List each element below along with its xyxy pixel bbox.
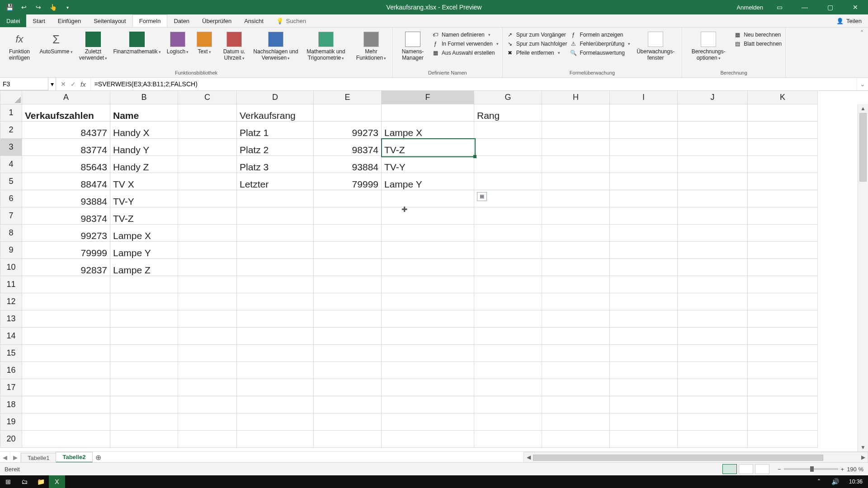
cell-D3[interactable]: Platz 2 xyxy=(237,139,314,156)
col-header-H[interactable]: H xyxy=(542,91,610,104)
cell-I19[interactable] xyxy=(610,413,678,431)
cell-J20[interactable] xyxy=(678,431,748,448)
cell-G8[interactable] xyxy=(474,225,542,242)
cell-C15[interactable] xyxy=(178,345,237,362)
cell-F19[interactable] xyxy=(382,413,474,431)
col-header-I[interactable]: I xyxy=(610,91,678,104)
watch-window-button[interactable]: Überwachungs-fenster xyxy=(633,29,678,61)
cell-H13[interactable] xyxy=(542,310,610,328)
col-header-E[interactable]: E xyxy=(314,91,382,104)
cell-D13[interactable] xyxy=(237,310,314,328)
cell-H6[interactable] xyxy=(542,190,610,207)
touch-mode-icon[interactable]: 👆 xyxy=(49,3,57,11)
eval-formula-button[interactable]: 🔍Formelauswertung xyxy=(570,49,630,56)
view-normal-button[interactable] xyxy=(722,464,737,474)
cell-F13[interactable] xyxy=(382,310,474,328)
use-in-formula-button[interactable]: ƒIn Formel verwenden▾ xyxy=(432,40,499,47)
cell-H20[interactable] xyxy=(542,431,610,448)
cell-E7[interactable] xyxy=(314,207,382,225)
cell-C18[interactable] xyxy=(178,396,237,413)
cell-E20[interactable] xyxy=(314,431,382,448)
cell-D5[interactable]: Letzter xyxy=(237,173,314,190)
cell-B9[interactable]: Lampe Y xyxy=(110,242,178,259)
calc-options-button[interactable]: Berechnungs-optionen▾ xyxy=(686,29,731,61)
cell-K20[interactable] xyxy=(748,431,818,448)
accept-formula-icon[interactable]: ✓ xyxy=(71,80,76,88)
cell-I3[interactable] xyxy=(610,139,678,156)
cell-A1[interactable]: Verkaufszahlen xyxy=(22,104,110,122)
cell-F15[interactable] xyxy=(382,345,474,362)
cell-A6[interactable]: 93884 xyxy=(22,190,110,207)
row-header-5[interactable]: 5 xyxy=(0,173,22,190)
redo-icon[interactable]: ↪ xyxy=(34,3,42,11)
cell-D15[interactable] xyxy=(237,345,314,362)
cell-F4[interactable]: TV-Y xyxy=(382,156,474,173)
cell-K1[interactable] xyxy=(748,104,818,122)
col-header-B[interactable]: B xyxy=(110,91,178,104)
cell-K6[interactable] xyxy=(748,190,818,207)
cell-H4[interactable] xyxy=(542,156,610,173)
cell-D20[interactable] xyxy=(237,431,314,448)
cell-H1[interactable] xyxy=(542,104,610,122)
cell-A16[interactable] xyxy=(22,362,110,379)
cell-A12[interactable] xyxy=(22,293,110,310)
cell-E5[interactable]: 79999 xyxy=(314,173,382,190)
cell-G16[interactable] xyxy=(474,362,542,379)
cell-C13[interactable] xyxy=(178,310,237,328)
row-header-8[interactable]: 8 xyxy=(0,225,22,242)
cell-C3[interactable] xyxy=(178,139,237,156)
scroll-thumb-vertical[interactable] xyxy=(859,113,867,182)
cell-D19[interactable] xyxy=(237,413,314,431)
cell-J1[interactable] xyxy=(678,104,748,122)
cell-D12[interactable] xyxy=(237,293,314,310)
row-header-7[interactable]: 7 xyxy=(0,207,22,225)
scroll-left-arrow[interactable]: ◀ xyxy=(524,454,533,460)
cell-I13[interactable] xyxy=(610,310,678,328)
cell-H7[interactable] xyxy=(542,207,610,225)
cell-K2[interactable] xyxy=(748,122,818,139)
cell-A13[interactable] xyxy=(22,310,110,328)
cell-H15[interactable] xyxy=(542,345,610,362)
col-header-J[interactable]: J xyxy=(678,91,748,104)
cell-J5[interactable] xyxy=(678,173,748,190)
view-page-break-button[interactable] xyxy=(755,464,769,474)
calc-now-button[interactable]: ▦Neu berechnen xyxy=(734,31,782,38)
cell-J7[interactable] xyxy=(678,207,748,225)
cell-K8[interactable] xyxy=(748,225,818,242)
cell-A9[interactable]: 79999 xyxy=(22,242,110,259)
sheet-nav-prev[interactable]: ◀ xyxy=(0,452,10,463)
cell-F1[interactable] xyxy=(382,104,474,122)
zoom-level[interactable]: 190 % xyxy=(847,466,863,473)
cell-H2[interactable] xyxy=(542,122,610,139)
cell-I14[interactable] xyxy=(610,328,678,345)
cell-B18[interactable] xyxy=(110,396,178,413)
define-name-button[interactable]: 🏷Namen definieren▾ xyxy=(432,31,499,38)
row-header-3[interactable]: 3 xyxy=(0,139,22,156)
cell-A2[interactable]: 84377 xyxy=(22,122,110,139)
cell-E15[interactable] xyxy=(314,345,382,362)
cell-G3[interactable] xyxy=(474,139,542,156)
row-header-13[interactable]: 13 xyxy=(0,310,22,328)
cell-G5[interactable] xyxy=(474,173,542,190)
zoom-in-button[interactable]: + xyxy=(841,466,844,473)
cell-B15[interactable] xyxy=(110,345,178,362)
cell-F14[interactable] xyxy=(382,328,474,345)
fx-button[interactable]: fx xyxy=(80,80,86,88)
row-header-18[interactable]: 18 xyxy=(0,396,22,413)
sign-in-link[interactable]: Anmelden xyxy=(736,4,763,11)
cell-F5[interactable]: Lampe Y xyxy=(382,173,474,190)
cell-K3[interactable] xyxy=(748,139,818,156)
zoom-out-button[interactable]: − xyxy=(778,466,781,473)
row-header-2[interactable]: 2 xyxy=(0,122,22,139)
cell-J4[interactable] xyxy=(678,156,748,173)
share-button[interactable]: 👤 Teilen xyxy=(830,14,868,27)
row-header-12[interactable]: 12 xyxy=(0,293,22,310)
cell-H16[interactable] xyxy=(542,362,610,379)
cell-I2[interactable] xyxy=(610,122,678,139)
cell-I7[interactable] xyxy=(610,207,678,225)
row-header-19[interactable]: 19 xyxy=(0,413,22,431)
cell-D16[interactable] xyxy=(237,362,314,379)
row-header-16[interactable]: 16 xyxy=(0,362,22,379)
scroll-thumb-horizontal[interactable] xyxy=(533,455,823,461)
cell-D8[interactable] xyxy=(237,225,314,242)
